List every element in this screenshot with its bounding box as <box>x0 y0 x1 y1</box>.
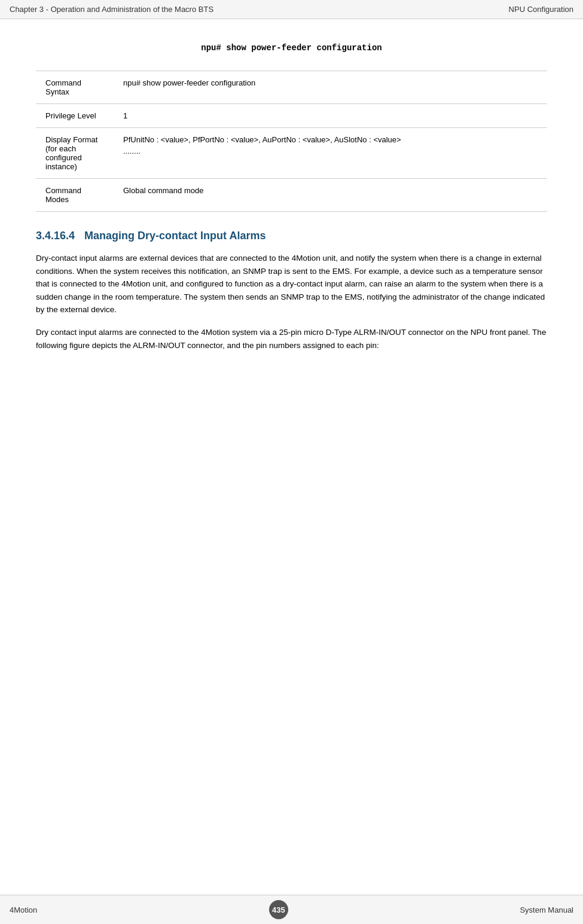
value-command-syntax: npu# show power-feeder configuration <box>114 71 547 104</box>
body-paragraph-2: Dry contact input alarms are connected t… <box>36 326 547 352</box>
value-display-format: PfUnitNo : <value>, PfPortNo : <value>, … <box>114 128 547 179</box>
value-command-modes: Global command mode <box>114 179 547 212</box>
label-command-syntax: Command Syntax <box>36 71 114 104</box>
table-row-command-modes: Command Modes Global command mode <box>36 179 547 212</box>
label-command-modes: Command Modes <box>36 179 114 212</box>
header-left: Chapter 3 - Operation and Administration… <box>10 5 213 14</box>
display-format-line1: PfUnitNo : <value>, PfPortNo : <value>, … <box>123 135 538 144</box>
info-table: Command Syntax npu# show power-feeder co… <box>36 71 547 212</box>
footer-page-number: 435 <box>269 900 288 919</box>
table-row-command-syntax: Command Syntax npu# show power-feeder co… <box>36 71 547 104</box>
section-number: 3.4.16.4 <box>36 230 75 242</box>
display-format-line2: ........ <box>123 147 538 155</box>
page-header: Chapter 3 - Operation and Administration… <box>0 0 583 19</box>
footer-right: System Manual <box>520 905 573 914</box>
section-title: Managing Dry-contact Input Alarms <box>84 230 265 242</box>
page-content: npu# show power-feeder configuration Com… <box>0 19 583 373</box>
page-footer: 4Motion 435 System Manual <box>0 895 583 924</box>
value-privilege-level: 1 <box>114 104 547 128</box>
header-right: NPU Configuration <box>509 5 573 14</box>
label-display-format: Display Format (for each configured inst… <box>36 128 114 179</box>
body-paragraph-1: Dry-contact input alarms are external de… <box>36 252 547 316</box>
section-heading: 3.4.16.4 Managing Dry-contact Input Alar… <box>36 230 547 242</box>
label-privilege-level: Privilege Level <box>36 104 114 128</box>
table-row-privilege-level: Privilege Level 1 <box>36 104 547 128</box>
footer-left: 4Motion <box>10 905 37 914</box>
command-line-display: npu# show power-feeder configuration <box>36 43 547 53</box>
table-row-display-format: Display Format (for each configured inst… <box>36 128 547 179</box>
